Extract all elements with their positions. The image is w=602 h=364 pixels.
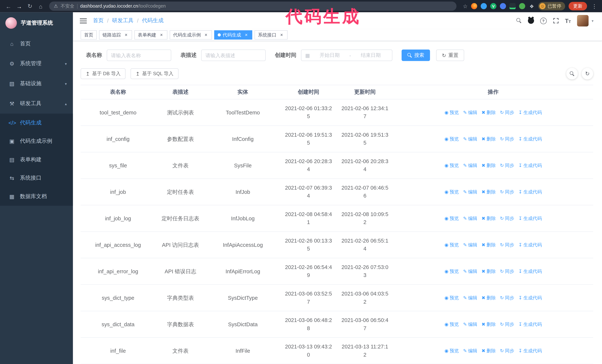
search-button[interactable]: 搜索: [402, 49, 430, 61]
font-size-icon[interactable]: TT: [565, 17, 571, 24]
delete-action-link[interactable]: ✖删除: [482, 135, 496, 143]
toggle-search-button[interactable]: [566, 68, 578, 79]
tab-首页[interactable]: 首页: [81, 30, 97, 40]
preview-action-link[interactable]: ◉预览: [444, 320, 459, 328]
generate-action-link[interactable]: ↧生成代码: [518, 347, 542, 355]
generate-action-link[interactable]: ↧生成代码: [518, 135, 542, 143]
extensions-puzzle-icon[interactable]: ❖: [529, 3, 535, 9]
edit-action-link[interactable]: ✎编辑: [463, 214, 477, 223]
address-bar[interactable]: ⚠ 不安全 dashboard.yudao.iocoder.cn/tool/co…: [49, 1, 457, 11]
collapse-sidebar-icon[interactable]: [80, 18, 87, 23]
tab-代码生成[interactable]: 代码生成×: [214, 30, 252, 40]
forward-icon[interactable]: →: [15, 1, 24, 11]
github-icon[interactable]: [528, 18, 534, 24]
sidebar-item-infra[interactable]: ▧基础设施▾: [0, 74, 73, 94]
delete-action-link[interactable]: ✖删除: [482, 108, 496, 117]
breadcrumb-item[interactable]: 首页: [93, 17, 104, 24]
preview-action-link[interactable]: ◉预览: [444, 267, 459, 275]
close-icon[interactable]: ×: [244, 32, 249, 37]
preview-action-link[interactable]: ◉预览: [444, 161, 459, 170]
close-icon[interactable]: ×: [204, 32, 209, 37]
sync-action-link[interactable]: ↻同步: [500, 347, 514, 355]
preview-action-link[interactable]: ◉预览: [444, 347, 459, 355]
extension-icon[interactable]: V: [490, 3, 496, 9]
delete-action-link[interactable]: ✖删除: [482, 320, 496, 328]
sidebar-subitem-db-doc[interactable]: ▦数据库文档: [0, 187, 73, 206]
table-desc-input[interactable]: [201, 49, 266, 61]
generate-action-link[interactable]: ↧生成代码: [518, 294, 542, 302]
fullscreen-icon[interactable]: [553, 18, 559, 24]
generate-action-link[interactable]: ↧生成代码: [518, 161, 542, 170]
import-sql-button[interactable]: ↥ 基于 SQL 导入: [130, 68, 178, 79]
delete-action-link[interactable]: ✖删除: [482, 161, 496, 170]
sync-action-link[interactable]: ↻同步: [500, 161, 514, 170]
preview-action-link[interactable]: ◉预览: [444, 294, 459, 302]
preview-action-link[interactable]: ◉预览: [444, 188, 459, 196]
extension-icon[interactable]: [500, 3, 506, 9]
preview-action-link[interactable]: ◉预览: [444, 214, 459, 223]
sidebar-subitem-system-api[interactable]: ⇆系统接口: [0, 169, 73, 187]
generate-action-link[interactable]: ↧生成代码: [518, 214, 542, 223]
tab-系统接口[interactable]: 系统接口×: [255, 30, 288, 40]
sync-action-link[interactable]: ↻同步: [500, 135, 514, 143]
sidebar-logo[interactable]: 芋道管理系统: [0, 12, 73, 34]
edit-action-link[interactable]: ✎编辑: [463, 161, 477, 170]
generate-action-link[interactable]: ↧生成代码: [518, 188, 542, 196]
sidebar-subitem-codegen[interactable]: </>代码生成: [0, 114, 73, 132]
generate-action-link[interactable]: ↧生成代码: [518, 320, 542, 328]
delete-action-link[interactable]: ✖删除: [482, 294, 496, 302]
preview-action-link[interactable]: ◉预览: [444, 108, 459, 117]
date-range-picker[interactable]: ▦ 开始日期 - 结束日期: [301, 49, 392, 61]
search-icon[interactable]: [516, 18, 522, 23]
delete-action-link[interactable]: ✖删除: [482, 188, 496, 196]
edit-action-link[interactable]: ✎编辑: [463, 108, 477, 117]
delete-action-link[interactable]: ✖删除: [482, 347, 496, 355]
sync-action-link[interactable]: ↻同步: [500, 241, 514, 249]
sidebar-item-system[interactable]: ⚙系统管理▾: [0, 54, 73, 74]
reload-icon[interactable]: ↻: [25, 1, 35, 11]
sidebar-item-devtools[interactable]: ⚒研发工具▴: [0, 94, 73, 114]
sidebar-subitem-form-builder[interactable]: ▤表单构建: [0, 150, 73, 169]
generate-action-link[interactable]: ↧生成代码: [518, 108, 542, 117]
bookmark-star-icon[interactable]: ☆: [463, 3, 468, 9]
preview-action-link[interactable]: ◉预览: [444, 135, 459, 143]
back-icon[interactable]: ←: [4, 1, 13, 11]
sync-action-link[interactable]: ↻同步: [500, 294, 514, 302]
avatar[interactable]: [577, 15, 589, 26]
generate-action-link[interactable]: ↧生成代码: [518, 267, 542, 275]
breadcrumb-item[interactable]: 代码生成: [142, 17, 163, 24]
extension-icon[interactable]: [481, 3, 487, 9]
sync-action-link[interactable]: ↻同步: [500, 188, 514, 196]
close-icon[interactable]: ×: [124, 32, 129, 37]
edit-action-link[interactable]: ✎编辑: [463, 347, 477, 355]
extension-icon[interactable]: [471, 3, 477, 9]
delete-action-link[interactable]: ✖删除: [482, 241, 496, 249]
sidebar-subitem-codegen-demo[interactable]: ▣代码生成示例: [0, 132, 73, 150]
generate-action-link[interactable]: ↧生成代码: [518, 241, 542, 249]
profile-paused-chip[interactable]: ☺ 已暂停: [538, 2, 565, 10]
sync-action-link[interactable]: ↻同步: [500, 320, 514, 328]
extension-icon[interactable]: [509, 3, 516, 9]
breadcrumb-item[interactable]: 研发工具: [112, 17, 134, 24]
help-icon[interactable]: ?: [540, 17, 547, 24]
preview-action-link[interactable]: ◉预览: [444, 241, 459, 249]
delete-action-link[interactable]: ✖删除: [482, 267, 496, 275]
edit-action-link[interactable]: ✎编辑: [463, 267, 477, 275]
edit-action-link[interactable]: ✎编辑: [463, 320, 477, 328]
sync-action-link[interactable]: ↻同步: [500, 108, 514, 117]
tab-代码生成示例[interactable]: 代码生成示例×: [170, 30, 212, 40]
edit-action-link[interactable]: ✎编辑: [463, 241, 477, 249]
sidebar-item-home[interactable]: ⌂首页: [0, 34, 73, 54]
refresh-button[interactable]: ↻: [582, 68, 593, 79]
kebab-menu-icon[interactable]: ⋮: [591, 3, 598, 9]
sync-action-link[interactable]: ↻同步: [500, 214, 514, 223]
table-name-input[interactable]: [107, 49, 171, 61]
reset-button[interactable]: ↻ 重置: [436, 49, 464, 61]
browser-home-icon[interactable]: ⌂: [36, 1, 45, 11]
chevron-down-icon[interactable]: ▾: [592, 19, 593, 23]
update-button[interactable]: 更新: [569, 2, 587, 10]
close-icon[interactable]: ×: [159, 32, 164, 37]
delete-action-link[interactable]: ✖删除: [482, 214, 496, 223]
extension-icon[interactable]: [519, 3, 525, 9]
close-icon[interactable]: ×: [279, 32, 284, 37]
